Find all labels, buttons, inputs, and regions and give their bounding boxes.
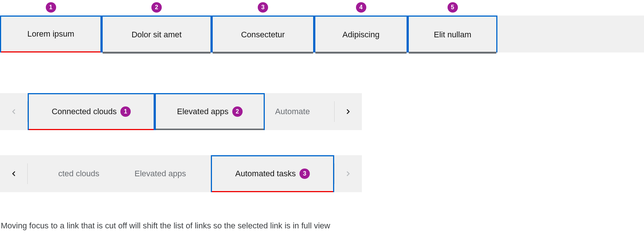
overflow-tabs-state-b: cted clouds Elevated apps Automated task… [0, 155, 362, 192]
tab-label: Elevated apps [177, 107, 228, 116]
tab-connected-clouds[interactable]: Connected clouds 1 [28, 93, 155, 130]
tab-label: Dolor sit amet [131, 30, 182, 40]
focus-badge-5: 5 [448, 2, 458, 13]
tab-elit-nullam[interactable]: Elit nullam [408, 16, 497, 52]
tab-label: Adipiscing [342, 30, 379, 40]
scroll-right-button[interactable] [335, 155, 362, 192]
tab-lorem-ipsum[interactable]: Lorem ipsum [0, 16, 102, 52]
chevron-left-icon [10, 108, 17, 115]
focus-badge-1: 1 [46, 2, 56, 13]
tab-label: Elit nullam [434, 30, 471, 40]
tab-elevated-apps[interactable]: Elevated apps 2 [155, 93, 265, 130]
tab-label: Connected clouds [52, 107, 117, 116]
scroll-left-button[interactable] [0, 93, 27, 130]
tab-connected-clouds-cutoff[interactable]: cted clouds [58, 155, 110, 192]
tab-automated-tasks-cutoff[interactable]: Automate [265, 93, 322, 130]
tab-label: Elevated apps [134, 169, 186, 178]
tabbar-empty-space [497, 16, 644, 52]
overflow-tabs-state-a: Connected clouds 1 Elevated apps 2 Autom… [0, 93, 362, 130]
tab-adipiscing[interactable]: Adipiscing [314, 16, 408, 52]
focus-badge-1: 1 [120, 106, 131, 117]
tab-label-partial: cted clouds [58, 169, 99, 178]
chevron-right-icon [345, 170, 352, 177]
focus-badge-2: 2 [232, 106, 243, 117]
tab-label: Lorem ipsum [27, 29, 74, 39]
overflow-track: Connected clouds 1 Elevated apps 2 Autom… [28, 93, 334, 130]
tab-label: Automated tasks [235, 169, 296, 178]
focus-badge-4: 4 [356, 2, 366, 13]
chevron-left-icon [10, 170, 17, 177]
scroll-left-button[interactable] [0, 155, 27, 192]
tab-elevated-apps[interactable]: Elevated apps [110, 155, 211, 192]
tabs-example-1: Lorem ipsum Dolor sit amet Consectetur A… [0, 16, 644, 52]
focus-badge-3: 3 [258, 2, 268, 13]
chevron-right-icon [345, 108, 352, 115]
overflow-track: cted clouds Elevated apps Automated task… [28, 155, 334, 192]
tab-consectetur[interactable]: Consectetur [212, 16, 314, 52]
focus-order-badges-row: 1 2 3 4 5 [0, 2, 497, 13]
scroll-right-button[interactable] [335, 93, 362, 130]
caption-text: Moving focus to a link that is cut off w… [1, 221, 330, 231]
tab-automated-tasks[interactable]: Automated tasks 3 [211, 155, 334, 192]
tab-label: Consectetur [241, 30, 285, 40]
focus-badge-3: 3 [299, 169, 310, 179]
tab-label-partial: Automate [275, 107, 310, 116]
focus-badge-2: 2 [151, 2, 162, 13]
tab-dolor-sit-amet[interactable]: Dolor sit amet [102, 16, 212, 52]
